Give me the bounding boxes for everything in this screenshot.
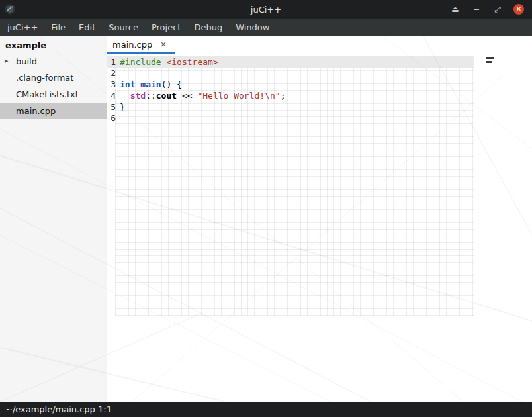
menu-item-edit[interactable]: Edit <box>72 19 102 36</box>
content-area: example ▸ build .clang-format CMakeLists… <box>0 36 532 402</box>
scrollbar-mark <box>486 61 492 63</box>
main-column: main.cpp ✕ 1#include <iostream>23int mai… <box>107 36 532 402</box>
editor-lines: 1#include <iostream>23int main() {4 std:… <box>107 54 532 124</box>
tabbar: main.cpp ✕ <box>107 36 532 54</box>
tab-main-cpp[interactable]: main.cpp ✕ <box>107 36 175 54</box>
tree-item-build[interactable]: ▸ build <box>0 53 107 70</box>
code-line[interactable]: 3int main() { <box>107 79 532 90</box>
app-logo-icon <box>3 3 17 15</box>
maximize-button[interactable]: ⤢ <box>492 4 503 15</box>
window-controls: ⏏ − ⤢ ✕ <box>450 4 532 15</box>
tree-item-cmakelists[interactable]: CMakeLists.txt <box>0 86 107 103</box>
app-window: juCi++ ⏏ − ⤢ ✕ juCi++ File Edit Source P… <box>0 0 532 417</box>
menubar: juCi++ File Edit Source Project Debug Wi… <box>0 19 532 36</box>
code-line[interactable]: 5} <box>107 101 532 113</box>
menu-item-juci[interactable]: juCi++ <box>1 19 44 36</box>
tree-item-label: build <box>16 56 37 66</box>
line-number: 3 <box>109 79 116 90</box>
tab-close-icon[interactable]: ✕ <box>160 40 166 49</box>
code-line[interactable]: 6 <box>107 113 532 124</box>
code-line[interactable]: 4 std::cout << "Hello World!\n"; <box>107 90 532 101</box>
editor[interactable]: 1#include <iostream>23int main() {4 std:… <box>107 54 532 320</box>
titlebar: juCi++ ⏏ − ⤢ ✕ <box>0 0 532 19</box>
line-number: 4 <box>109 90 116 101</box>
line-number: 5 <box>109 101 116 113</box>
output-pane[interactable] <box>107 320 532 402</box>
status-bar: ~/example/main.cpp 1:1 <box>0 402 532 417</box>
minimize-button[interactable]: − <box>471 4 482 15</box>
code-text: int main() { <box>120 79 182 90</box>
menu-item-file[interactable]: File <box>44 19 72 36</box>
tab-label: main.cpp <box>112 40 152 50</box>
tree-item-label: CMakeLists.txt <box>16 89 79 99</box>
line-number: 6 <box>109 113 116 124</box>
file-tree: example ▸ build .clang-format CMakeLists… <box>0 36 107 402</box>
menu-item-debug[interactable]: Debug <box>187 19 229 36</box>
tree-item-label: main.cpp <box>16 106 56 116</box>
code-text: } <box>120 101 125 113</box>
menu-item-window[interactable]: Window <box>229 19 276 36</box>
code-line[interactable]: 2 <box>107 68 532 79</box>
menu-item-source[interactable]: Source <box>102 19 145 36</box>
keep-above-button[interactable]: ⏏ <box>450 4 461 15</box>
code-text: #include <iostream> <box>120 56 218 68</box>
line-number: 1 <box>109 56 116 68</box>
scrollbar-mark <box>486 57 494 59</box>
code-line[interactable]: 1#include <iostream> <box>107 56 532 68</box>
tree-item-main-cpp[interactable]: main.cpp <box>0 103 107 119</box>
scrollbar-marks <box>486 57 494 65</box>
menu-item-project[interactable]: Project <box>145 19 187 36</box>
chevron-right-icon[interactable]: ▸ <box>5 56 9 65</box>
project-root-label: example <box>0 36 107 53</box>
tree-item-label: .clang-format <box>16 73 73 83</box>
line-number: 2 <box>109 68 116 79</box>
status-file-path: ~/example/main.cpp 1:1 <box>5 404 112 414</box>
close-button[interactable]: ✕ <box>513 4 524 15</box>
tree-item-clang-format[interactable]: .clang-format <box>0 70 107 86</box>
code-text: std::cout << "Hello World!\n"; <box>120 90 285 101</box>
